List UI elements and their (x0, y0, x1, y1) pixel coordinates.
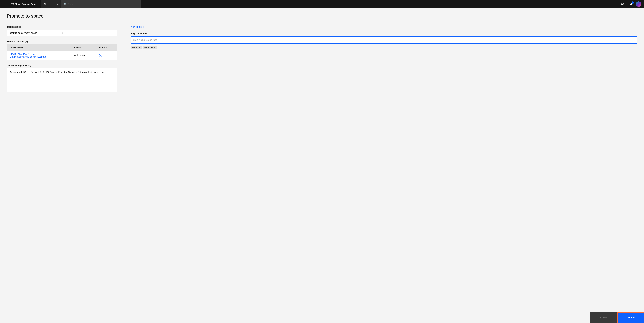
selected-assets-label: Selected assets (1) (7, 40, 117, 43)
tags-input[interactable] (133, 39, 633, 41)
menu-icon[interactable] (3, 2, 7, 6)
notification-icon-button[interactable]: 1 (627, 0, 635, 8)
target-space-label: Target space (7, 26, 117, 28)
search-box[interactable]: 🔍 (61, 0, 142, 8)
footer-actions: Cancel Promote (590, 312, 644, 323)
tag-item: credit risk ✕ (143, 46, 157, 49)
cancel-button[interactable]: Cancel (590, 312, 617, 323)
search-filter-dropdown[interactable]: All ▾ (41, 0, 61, 8)
plus-icon: + (143, 26, 144, 28)
settings-icon (621, 3, 624, 5)
col-header-actions: Actions (96, 45, 117, 51)
page-title: Promote to space (7, 14, 637, 19)
notification-badge: 1 (632, 1, 634, 4)
target-space-dropdown[interactable]: scottda-deployment-space ▾ (7, 30, 117, 36)
filter-label: All (44, 3, 46, 5)
table-header: Asset name Format Actions (7, 45, 117, 51)
remove-asset-icon[interactable] (99, 54, 114, 57)
form-layout: Target space scottda-deployment-space ▾ … (7, 26, 637, 92)
col-header-format: Format (71, 45, 96, 51)
add-tag-icon[interactable]: + (633, 38, 635, 42)
asset-name-link[interactable]: CreditRiskAutoAI-1 - P4 GradientBoosting… (10, 53, 47, 58)
promote-button[interactable]: Promote (617, 312, 644, 323)
tags-label: Tags (optional) (131, 32, 637, 35)
settings-icon-button[interactable] (618, 0, 626, 8)
search-input[interactable] (68, 3, 139, 5)
user-avatar[interactable] (636, 1, 641, 7)
search-icon: 🔍 (64, 3, 66, 5)
assets-table: Asset name Format Actions CreditRiskAuto… (7, 44, 117, 60)
description-textarea[interactable]: AutoAI model CreditRiskAutoAI-1 - P4 Gra… (7, 68, 117, 92)
asset-name-line2: GradientBoostingClassifierEstimator (10, 55, 47, 58)
tag-label: autoai (132, 46, 138, 49)
asset-name-cell: CreditRiskAutoAI-1 - P4 GradientBoosting… (7, 51, 71, 60)
new-space-link[interactable]: New space + (131, 26, 144, 28)
form-left-panel: Target space scottda-deployment-space ▾ … (7, 26, 117, 92)
chevron-down-icon: ▾ (57, 3, 58, 5)
asset-name-line1: CreditRiskAutoAI-1 - P4 (10, 53, 34, 55)
main-content: Promote to space Target space scottda-de… (0, 8, 644, 323)
new-space-label: New space (131, 26, 142, 28)
tag-item: autoai ✕ (131, 46, 142, 49)
brand-name: IBM Cloud Pak for Data (10, 3, 36, 5)
asset-format-cell: wml_model (71, 51, 96, 60)
search-area: All ▾ 🔍 (41, 0, 142, 8)
remove-tag-button[interactable]: ✕ (138, 47, 140, 49)
brand-text: IBM (10, 3, 14, 5)
table-row: CreditRiskAutoAI-1 - P4 GradientBoosting… (7, 51, 117, 60)
remove-tag-button[interactable]: ✕ (154, 47, 156, 49)
tags-list: autoai ✕ credit risk ✕ (131, 46, 637, 49)
topnav-right-actions: 1 (618, 0, 641, 8)
tag-label: credit risk (144, 46, 153, 49)
form-right-panel: New space + Tags (optional) + autoai ✕ c… (131, 26, 637, 49)
chevron-down-icon: ▾ (62, 32, 114, 34)
description-label: Description (optional) (7, 64, 117, 67)
asset-actions-cell (96, 51, 117, 60)
tags-input-container[interactable]: + (131, 36, 637, 44)
target-space-value: scottda-deployment-space (10, 32, 62, 34)
brand-bold-text: Cloud Pak for Data (14, 3, 36, 5)
topnav: IBM Cloud Pak for Data All ▾ 🔍 1 (0, 0, 644, 8)
col-header-asset-name: Asset name (7, 45, 71, 51)
